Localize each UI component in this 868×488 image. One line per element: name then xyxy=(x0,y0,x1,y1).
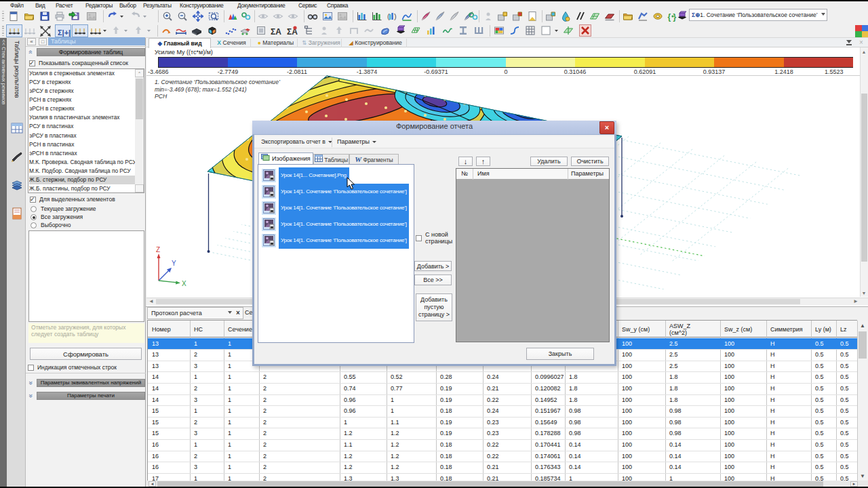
svg-text:Z: Z xyxy=(156,246,160,253)
svg-text:ΣA: ΣA xyxy=(271,27,281,37)
svg-text:X: X xyxy=(182,280,186,287)
svg-text:): ) xyxy=(394,12,397,20)
svg-text:Σ|+|: Σ|+| xyxy=(58,28,71,37)
svg-text:Y: Y xyxy=(172,260,176,267)
